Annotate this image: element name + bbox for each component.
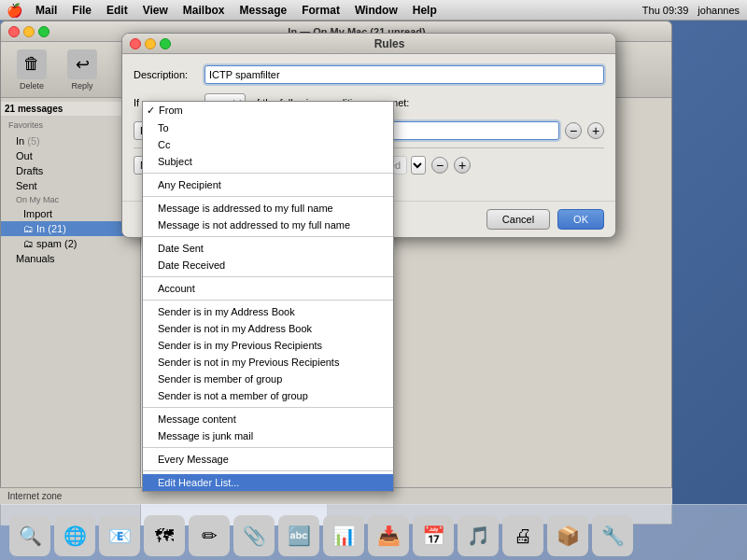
remove-condition-button[interactable]: − (565, 122, 582, 139)
dropdown-item-date-sent[interactable]: Date Sent (143, 240, 393, 257)
separator-6 (143, 407, 393, 408)
dropdown-item-sender-member-group[interactable]: Sender is member of group (143, 371, 393, 387)
reply-button[interactable]: ↩ Reply (59, 49, 106, 91)
separator-3 (143, 236, 393, 237)
menu-message[interactable]: Message (233, 0, 295, 21)
description-label: Description: (134, 69, 199, 80)
description-row: Description: (134, 65, 604, 84)
rules-close-button[interactable] (130, 38, 141, 49)
delete-label: Delete (20, 81, 44, 91)
dropdown-item-sender-in-previous[interactable]: Sender is in my Previous Recipients (143, 337, 393, 354)
dock-item-mail[interactable]: 📧 (99, 515, 140, 556)
dropdown-item-from[interactable]: From (143, 102, 393, 119)
dropdown-item-every-message[interactable]: Every Message (143, 451, 393, 468)
separator-5 (143, 300, 393, 301)
dropdown-item-sender-not-in-addressbook[interactable]: Sender is not in my Address Book (143, 320, 393, 337)
sidebar: 21 messages Favorites In (5) Out Drafts … (1, 98, 141, 525)
rules-titlebar: Rules (122, 34, 615, 54)
sidebar-item-in5[interactable]: In (5) (1, 133, 140, 148)
sidebar-item-manuals[interactable]: Manuals (1, 251, 140, 266)
dropdown-item-message-junk[interactable]: Message is junk mail (143, 427, 393, 444)
messages-count: 21 messages (1, 102, 140, 117)
dock-item-tools[interactable]: 🔧 (592, 515, 633, 556)
dropdown-item-sender-not-member-group[interactable]: Sender is not a member of group (143, 387, 393, 404)
dropdown-item-not-addressed-to[interactable]: Message is not addressed to my full name (143, 217, 393, 233)
menu-edit[interactable]: Edit (99, 0, 135, 21)
dock-item-edit[interactable]: ✏ (189, 515, 230, 556)
menu-window[interactable]: Window (347, 0, 405, 21)
dropdown-item-edit-header[interactable]: Edit Header List... (143, 474, 393, 491)
dock-item-sheets[interactable]: 📊 (323, 515, 364, 556)
menubar-time: Thu 09:39 (642, 5, 689, 16)
menubar-right: Thu 09:39 johannes (642, 5, 747, 16)
delete-icon: 🗑 (17, 49, 47, 79)
ok-button[interactable]: OK (557, 209, 604, 230)
sidebar-item-import[interactable]: Import (1, 206, 140, 221)
rules-window-controls (130, 38, 171, 49)
dock-item-finder[interactable]: 🔍 (9, 515, 50, 556)
mailbox-dropdown[interactable] (411, 156, 426, 175)
dropdown-item-any-recipient[interactable]: Any Recipient (143, 176, 393, 193)
dock-item-calendar[interactable]: 📅 (413, 515, 454, 556)
description-input[interactable] (204, 65, 604, 84)
separator-4 (143, 276, 393, 277)
dropdown-item-cc[interactable]: Cc (143, 136, 393, 153)
dock-item-text[interactable]: 🔤 (278, 515, 319, 556)
menu-format[interactable]: Format (294, 0, 347, 21)
separator-8 (143, 470, 393, 471)
menu-view[interactable]: View (135, 0, 176, 21)
sidebar-item-out[interactable]: Out (1, 148, 140, 163)
rules-minimize-button[interactable] (145, 38, 156, 49)
dock-item-music[interactable]: 🎵 (458, 515, 499, 556)
delete-button[interactable]: 🗑 Delete (8, 49, 55, 91)
cancel-button[interactable]: Cancel (486, 209, 550, 230)
sidebar-item-favorites: Favorites (1, 117, 140, 133)
sidebar-item-drafts[interactable]: Drafts (1, 163, 140, 178)
dropdown-item-to[interactable]: To (143, 119, 393, 136)
sidebar-item-sent[interactable]: Sent (1, 178, 140, 193)
menu-file[interactable]: File (64, 0, 99, 21)
sidebar-item-in21[interactable]: 🗂 In (21) (1, 221, 140, 236)
reply-label: Reply (71, 81, 92, 91)
rules-maximize-button[interactable] (160, 38, 171, 49)
minimize-button[interactable] (23, 26, 35, 37)
condition-type-dropdown: From To Cc Subject Any Recipient Message… (142, 101, 394, 492)
add-condition-button[interactable]: + (587, 122, 604, 139)
dropdown-item-sender-not-in-previous[interactable]: Sender is not in my Previous Recipients (143, 354, 393, 371)
dock: 🔍 🌐 📧 🗺 ✏ 📎 🔤 📊 📥 📅 🎵 🖨 📦 🔧 (0, 504, 747, 560)
dock-item-inbox[interactable]: 📥 (368, 515, 409, 556)
dropdown-item-date-received[interactable]: Date Received (143, 257, 393, 273)
menubar-user: johannes (698, 5, 740, 16)
menu-help[interactable]: Help (405, 0, 444, 21)
dropdown-item-message-content[interactable]: Message content (143, 411, 393, 427)
window-controls (8, 26, 49, 37)
menubar: 🍎 Mail File Edit View Mailbox Message Fo… (0, 0, 747, 21)
menu-mail[interactable]: Mail (28, 0, 64, 21)
status-label: Internet zone (7, 491, 62, 501)
dock-item-package[interactable]: 📦 (547, 515, 588, 556)
dock-item-maps[interactable]: 🗺 (144, 515, 185, 556)
dock-item-attach[interactable]: 📎 (233, 515, 275, 556)
dropdown-item-sender-in-addressbook[interactable]: Sender is in my Address Book (143, 303, 393, 320)
menu-mailbox[interactable]: Mailbox (176, 0, 233, 21)
dropdown-item-subject[interactable]: Subject (143, 153, 393, 170)
sidebar-item-spam[interactable]: 🗂 spam (2) (1, 236, 140, 251)
dropdown-item-account[interactable]: Account (143, 280, 393, 297)
remove-action-button[interactable]: − (431, 157, 448, 174)
separator-7 (143, 447, 393, 448)
maximize-button[interactable] (38, 26, 49, 37)
separator-2 (143, 196, 393, 197)
dock-item-browser[interactable]: 🌐 (54, 515, 95, 556)
sidebar-item-onmymac[interactable]: On My Mac (1, 193, 140, 206)
close-button[interactable] (8, 26, 20, 37)
rules-title: Rules (171, 37, 608, 50)
desktop: 🍎 Mail File Edit View Mailbox Message Fo… (0, 0, 747, 560)
apple-menu[interactable]: 🍎 (0, 3, 28, 18)
add-action-button[interactable]: + (454, 157, 471, 174)
reply-icon: ↩ (67, 49, 97, 79)
separator-1 (143, 173, 393, 174)
dropdown-item-addressed-to[interactable]: Message is addressed to my full name (143, 200, 393, 217)
dock-item-print[interactable]: 🖨 (502, 515, 543, 556)
